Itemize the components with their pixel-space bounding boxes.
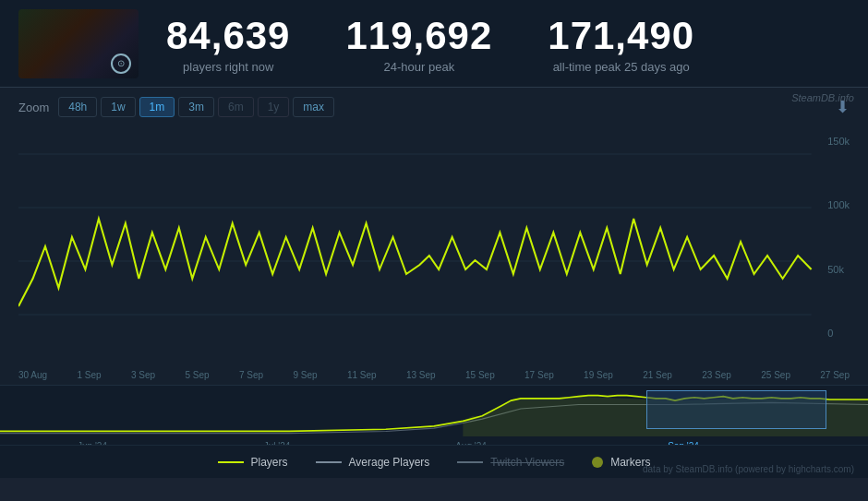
current-players-number: 84,639 xyxy=(166,14,290,58)
main-chart-svg xyxy=(18,136,850,352)
legend-avg-label: Average Players xyxy=(349,456,430,469)
legend-avg-line xyxy=(316,461,342,463)
main-chart-container: 150k 100k 50k 0 30 Aug 1 Sep 3 Sep 5 Sep… xyxy=(0,126,868,385)
x-label-23sep: 23 Sep xyxy=(702,370,731,380)
header: ⊙ 84,639 players right now 119,692 24-ho… xyxy=(0,0,868,88)
x-label-27sep: 27 Sep xyxy=(820,370,850,380)
y-label-50k: 50k xyxy=(827,264,850,275)
zoom-bar: Zoom 48h 1w 1m 3m 6m 1y max ⬇ xyxy=(0,88,868,126)
x-label-9sep: 9 Sep xyxy=(293,370,317,380)
zoom-1m[interactable]: 1m xyxy=(139,97,175,117)
x-label-3sep: 3 Sep xyxy=(131,370,155,380)
x-label-30aug: 30 Aug xyxy=(18,370,47,380)
y-label-0: 0 xyxy=(827,328,850,339)
legend-twitch: Twitch Viewers xyxy=(457,456,564,469)
current-players-label: players right now xyxy=(166,60,290,74)
x-label-5sep: 5 Sep xyxy=(185,370,209,380)
x-label-21sep: 21 Sep xyxy=(643,370,672,380)
game-thumbnail: ⊙ xyxy=(18,9,139,78)
legend-players: Players xyxy=(218,456,288,469)
x-label-15sep: 15 Sep xyxy=(465,370,495,380)
zoom-max[interactable]: max xyxy=(293,97,334,117)
footer-credit: data by SteamDB.info (powered by highcha… xyxy=(643,464,854,474)
x-label-11sep: 11 Sep xyxy=(347,370,377,380)
mini-chart-container: Jun '24 Jul '24 Aug '24 Sep '24 xyxy=(0,385,868,445)
all-time-peak-number: 171,490 xyxy=(548,14,694,58)
legend-players-line xyxy=(218,461,244,463)
zoom-1w[interactable]: 1w xyxy=(101,97,135,117)
y-axis-labels: 150k 100k 50k 0 xyxy=(827,136,850,339)
legend-markers: Markers xyxy=(592,456,650,469)
x-label-1sep: 1 Sep xyxy=(78,370,102,380)
all-time-peak-label: all-time peak 25 days ago xyxy=(548,60,694,74)
peak-24h-label: 24-hour peak xyxy=(345,60,492,74)
x-label-25sep: 25 Sep xyxy=(761,370,790,380)
stat-current-players: 84,639 players right now xyxy=(166,14,290,74)
stats-group: 84,639 players right now 119,692 24-hour… xyxy=(166,14,694,74)
legend-markers-dot xyxy=(592,457,603,468)
steamdb-credit: SteamDB.info xyxy=(791,92,854,103)
game-icon: ⊙ xyxy=(111,54,131,74)
x-label-13sep: 13 Sep xyxy=(406,370,436,380)
stat-peak-24h: 119,692 24-hour peak xyxy=(345,14,492,74)
mini-chart-highlight xyxy=(646,390,826,429)
zoom-buttons: 48h 1w 1m 3m 6m 1y max xyxy=(58,97,334,117)
x-axis-labels: 30 Aug 1 Sep 3 Sep 5 Sep 7 Sep 9 Sep 11 … xyxy=(18,370,850,380)
x-label-19sep: 19 Sep xyxy=(584,370,613,380)
zoom-label: Zoom xyxy=(18,101,49,114)
legend: Players Average Players Twitch Viewers M… xyxy=(0,445,868,478)
peak-24h-number: 119,692 xyxy=(345,14,492,58)
x-label-17sep: 17 Sep xyxy=(524,370,554,380)
zoom-3m[interactable]: 3m xyxy=(178,97,214,117)
stat-all-time-peak: 171,490 all-time peak 25 days ago xyxy=(548,14,694,74)
y-label-150k: 150k xyxy=(827,136,850,147)
zoom-48h[interactable]: 48h xyxy=(58,97,97,117)
legend-average-players: Average Players xyxy=(316,456,430,469)
y-label-100k: 100k xyxy=(827,199,850,210)
legend-twitch-label: Twitch Viewers xyxy=(490,456,564,469)
legend-players-label: Players xyxy=(251,456,288,469)
zoom-6m[interactable]: 6m xyxy=(218,97,254,117)
x-label-7sep: 7 Sep xyxy=(239,370,263,380)
legend-twitch-line xyxy=(457,461,483,463)
zoom-1y[interactable]: 1y xyxy=(258,97,290,117)
